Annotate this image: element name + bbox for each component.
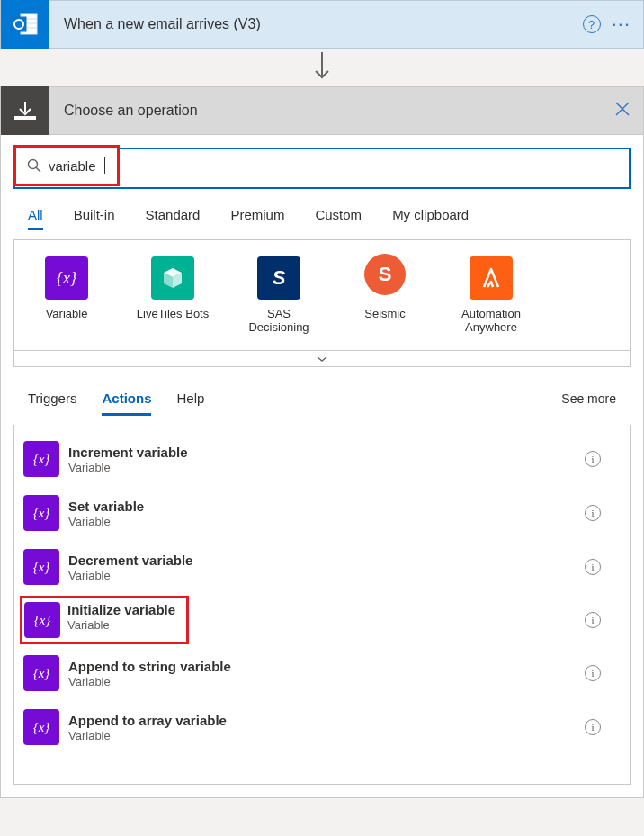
choose-operation-header: Choose an operation xyxy=(0,86,644,135)
action-title: Decrement variable xyxy=(68,553,576,569)
connector-label: LiveTiles Bots xyxy=(131,307,214,320)
help-icon[interactable]: ? xyxy=(583,15,601,33)
outlook-icon xyxy=(1,0,49,49)
variable-icon: {x} xyxy=(23,441,59,477)
operation-icon xyxy=(1,86,49,135)
action-initialize-variable[interactable]: {x} Initialize variable Variable xyxy=(20,596,189,644)
variable-icon: {x} xyxy=(23,549,59,585)
variable-icon: {x} xyxy=(24,602,60,638)
connector-label: SAS Decisioning xyxy=(237,307,320,334)
connector-sas[interactable]: S SAS Decisioning xyxy=(237,256,320,334)
tab-all[interactable]: All xyxy=(28,202,43,230)
tab-standard[interactable]: Standard xyxy=(146,202,201,230)
action-subtitle: Variable xyxy=(68,675,576,688)
action-subtitle: Variable xyxy=(67,618,184,632)
variable-icon: {x} xyxy=(23,495,59,531)
action-decrement-variable[interactable]: {x} Decrement variable Variable i xyxy=(20,540,613,594)
choose-operation-title: Choose an operation xyxy=(49,103,614,119)
connector-livetiles[interactable]: LiveTiles Bots xyxy=(131,256,214,334)
action-increment-variable[interactable]: {x} Increment variable Variable i xyxy=(20,432,613,486)
see-more-link[interactable]: See more xyxy=(561,391,616,406)
trigger-title: When a new email arrives (V3) xyxy=(49,16,583,32)
action-subtitle: Variable xyxy=(68,515,576,528)
livetiles-icon xyxy=(151,256,194,300)
action-subtitle: Variable xyxy=(68,461,576,474)
trigger-header-actions: ? ··· xyxy=(583,14,643,34)
seismic-icon: S xyxy=(364,254,406,295)
connector-seismic[interactable]: S Seismic xyxy=(344,256,426,334)
connector-label: Automation Anywhere xyxy=(450,307,532,334)
info-icon[interactable]: i xyxy=(585,665,601,681)
action-subtitle: Variable xyxy=(68,569,576,582)
tab-custom[interactable]: Custom xyxy=(315,202,362,230)
subtab-actions[interactable]: Actions xyxy=(102,383,151,416)
operation-picker-panel: All Built-in Standard Premium Custom My … xyxy=(0,135,644,798)
variable-icon: {x} xyxy=(23,655,59,691)
tab-built-in[interactable]: Built-in xyxy=(74,202,115,230)
tab-premium[interactable]: Premium xyxy=(230,202,284,230)
tab-my-clipboard[interactable]: My clipboard xyxy=(392,202,469,230)
more-icon[interactable]: ··· xyxy=(612,14,631,34)
search-input[interactable] xyxy=(47,157,106,175)
subtab-triggers[interactable]: Triggers xyxy=(28,383,76,413)
action-append-array-variable[interactable]: {x} Append to array variable Variable i xyxy=(20,700,613,754)
expand-connectors-chevron[interactable] xyxy=(13,351,631,367)
info-icon[interactable]: i xyxy=(585,612,601,628)
connector-label: Variable xyxy=(25,307,108,320)
text-cursor xyxy=(104,157,105,174)
svg-line-13 xyxy=(36,167,40,172)
info-icon[interactable]: i xyxy=(585,505,601,521)
actions-scroll[interactable]: {x} Increment variable Variable i {x} Se… xyxy=(14,425,615,784)
sas-icon: S xyxy=(257,256,300,300)
connector-automation-anywhere[interactable]: Automation Anywhere xyxy=(450,256,532,334)
svg-rect-8 xyxy=(14,116,36,120)
info-icon[interactable]: i xyxy=(585,719,601,735)
search-icon xyxy=(22,158,47,173)
action-subtitle: Variable xyxy=(68,729,576,742)
action-append-string-variable[interactable]: {x} Append to string variable Variable i xyxy=(20,646,613,700)
action-initialize-variable-row: {x} Initialize variable Variable i xyxy=(20,594,613,646)
variable-icon: {x} xyxy=(23,709,59,745)
info-icon[interactable]: i xyxy=(585,451,601,467)
action-title: Append to string variable xyxy=(68,659,576,675)
flow-arrow xyxy=(0,49,644,86)
close-icon[interactable] xyxy=(614,101,643,121)
automation-anywhere-icon xyxy=(470,256,513,300)
category-tabs: All Built-in Standard Premium Custom My … xyxy=(13,202,631,230)
connector-label: Seismic xyxy=(344,307,426,320)
connector-variable[interactable]: {x} Variable xyxy=(25,256,108,334)
connectors-grid: {x} Variable LiveTiles Bots S SAS Decisi… xyxy=(13,239,631,351)
action-title: Set variable xyxy=(68,499,576,515)
secondary-tabs: Triggers Actions Help See more xyxy=(13,383,631,416)
subtab-help[interactable]: Help xyxy=(176,383,204,413)
action-title: Append to array variable xyxy=(68,713,576,729)
variable-icon: {x} xyxy=(45,256,88,300)
trigger-card[interactable]: When a new email arrives (V3) ? ··· xyxy=(0,0,644,49)
action-title: Increment variable xyxy=(68,445,576,461)
action-set-variable[interactable]: {x} Set variable Variable i xyxy=(20,486,613,540)
action-title: Initialize variable xyxy=(67,602,184,618)
actions-list-container: {x} Increment variable Variable i {x} Se… xyxy=(13,425,631,785)
info-icon[interactable]: i xyxy=(585,559,601,575)
search-highlight xyxy=(13,145,120,186)
